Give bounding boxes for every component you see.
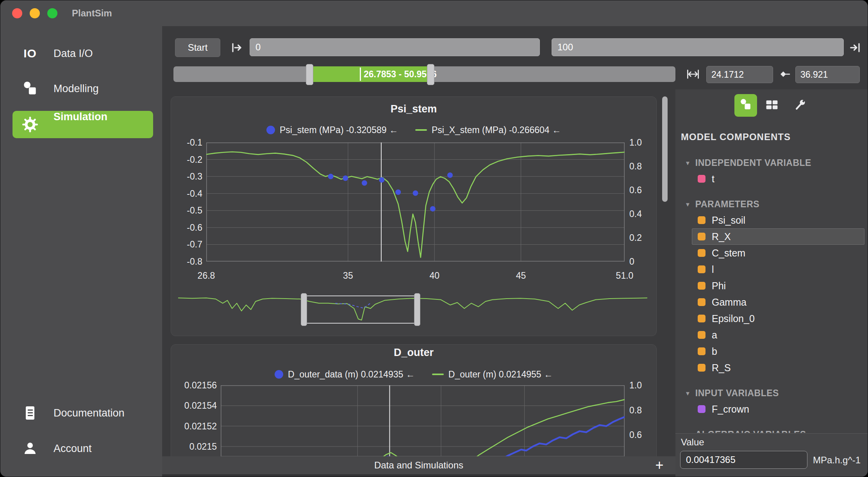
sidebar-item-label: Simulation <box>54 111 107 123</box>
play-from-start-icon[interactable] <box>231 42 243 55</box>
component-color-swatch <box>698 364 705 372</box>
y-right-tick-label: 0.8 <box>629 405 642 416</box>
component-name: Phi <box>712 280 726 292</box>
gear-icon <box>21 116 39 133</box>
component-item-a[interactable]: a <box>692 327 864 343</box>
close-window-button[interactable] <box>12 8 22 18</box>
component-item-t[interactable]: t <box>692 171 864 187</box>
legend-label: D_outer (m) 0.0214955 ← <box>448 369 553 380</box>
overview-strip[interactable] <box>178 295 647 324</box>
charts-scrollbar[interactable] <box>662 96 668 202</box>
legend-label: Psi_stem (MPa) -0.320589 ← <box>280 125 398 135</box>
component-color-swatch <box>698 315 705 322</box>
component-item-psi_soil[interactable]: Psi_soil <box>692 212 864 228</box>
sidebar-item-label: Modelling <box>54 83 99 95</box>
legend-item[interactable]: D_outer_data (m) 0.0214935 ← <box>275 369 415 380</box>
y-right-tick-label: 0.6 <box>629 429 642 440</box>
chevron-down-icon: ▼ <box>685 160 691 166</box>
legend-item[interactable]: Psi_X_stem (MPa) -0.266604 ← <box>415 125 561 135</box>
chevron-down-icon: ▼ <box>685 390 691 397</box>
section-title: INDEPENDENT VARIABLE <box>695 158 811 168</box>
cursor-time-input[interactable] <box>795 66 860 83</box>
component-name: F_crown <box>712 404 749 415</box>
sidebar-item-label: Data I/O <box>54 48 93 60</box>
start-button[interactable]: Start <box>175 38 220 57</box>
range-right-handle[interactable] <box>427 64 434 85</box>
grid-icon <box>765 98 779 114</box>
plot-area[interactable] <box>221 385 625 457</box>
model-components-header: MODEL COMPONENTS <box>681 128 791 146</box>
component-color-swatch <box>698 298 705 306</box>
minimize-window-button[interactable] <box>30 8 40 18</box>
overview-right-handle[interactable] <box>414 293 420 326</box>
sim-start-input[interactable] <box>250 38 540 56</box>
legend-dot-marker <box>275 370 283 379</box>
y-right-tick-label: 0.4 <box>629 208 642 219</box>
sidebar-item-data-io[interactable]: IO Data I/O <box>0 39 162 68</box>
component-item-b[interactable]: b <box>692 343 864 360</box>
sim-end-input[interactable] <box>552 38 844 56</box>
component-item-gamma[interactable]: Gamma <box>692 294 864 310</box>
y-left-tick-label: -0.8 <box>171 256 202 267</box>
component-item-r_s[interactable]: R_S <box>692 360 864 376</box>
legend-item[interactable]: Psi_stem (MPa) -0.320589 ← <box>266 125 398 135</box>
section-header-independent-variable[interactable]: ▼INDEPENDENT VARIABLE <box>681 155 864 171</box>
chart-legend: D_outer_data (m) 0.0214935 ←D_outer (m) … <box>171 368 656 380</box>
component-color-swatch <box>698 233 705 240</box>
y-right-tick-label: 0 <box>629 256 634 267</box>
sidebar-item-documentation[interactable]: Documentation <box>0 399 162 427</box>
component-item-l[interactable]: l <box>692 261 864 278</box>
chevron-down-icon: ▼ <box>685 431 691 433</box>
bottom-tab-bar[interactable]: Data and Simulations + <box>162 456 675 474</box>
components-view-button[interactable] <box>734 94 757 117</box>
section-header-algebraic-variables[interactable]: ▼ALGEBRAIC VARIABLES <box>681 427 864 433</box>
components-list: ▼INDEPENDENT VARIABLEt▼PARAMETERSPsi_soi… <box>681 146 864 433</box>
modelling-nodes-icon <box>21 80 39 97</box>
y-right-tick-label: 0.8 <box>629 161 642 172</box>
range-width-input[interactable] <box>706 66 773 83</box>
y-left-tick-label: -0.2 <box>171 154 202 165</box>
component-color-swatch <box>698 347 705 355</box>
value-editor: Value MPa.h.g^-1 <box>675 433 868 477</box>
value-label: Value <box>681 437 704 448</box>
y-right-tick-label: 1.0 <box>629 137 642 148</box>
sidebar-item-label: Documentation <box>54 407 125 419</box>
section-title: ALGEBRAIC VARIABLES <box>695 429 806 433</box>
add-tab-button[interactable]: + <box>650 456 668 474</box>
y-right-tick-label: 0.6 <box>629 185 642 196</box>
chart-legend: Psi_stem (MPa) -0.320589 ←Psi_X_stem (MP… <box>171 124 656 136</box>
component-color-swatch <box>698 216 705 224</box>
jump-to-end-icon[interactable] <box>849 42 861 55</box>
plot-area[interactable] <box>206 142 625 262</box>
maximize-window-button[interactable] <box>47 8 57 18</box>
overview-left-handle[interactable] <box>301 293 307 326</box>
person-icon <box>21 440 39 457</box>
section-header-parameters[interactable]: ▼PARAMETERS <box>681 196 864 212</box>
component-name: R_S <box>712 362 731 374</box>
sidebar-item-account[interactable]: Account <box>0 434 162 463</box>
app-window: PlantSim IO Data I/O Modelling <box>0 0 868 477</box>
component-color-swatch <box>698 331 705 339</box>
section-header-input-variables[interactable]: ▼INPUT VARIABLES <box>681 385 864 401</box>
sidebar-item-simulation[interactable]: Simulation <box>13 111 153 138</box>
component-item-c_stem[interactable]: C_stem <box>692 245 864 261</box>
component-name: a <box>712 329 717 341</box>
component-name: t <box>712 173 714 185</box>
component-item-phi[interactable]: Phi <box>692 278 864 294</box>
component-item-r_x[interactable]: R_X <box>692 228 864 245</box>
sidebar-item-modelling[interactable]: Modelling <box>0 75 162 103</box>
model-nodes-icon <box>739 98 752 113</box>
grid-view-button[interactable] <box>763 97 781 115</box>
time-range-slider[interactable]: 26.7853 - 50.9566 <box>173 66 675 82</box>
component-name: b <box>712 346 717 357</box>
tools-button[interactable] <box>791 97 809 115</box>
y-left-tick-label: -0.6 <box>171 222 202 233</box>
value-input[interactable] <box>680 451 807 469</box>
range-left-handle[interactable] <box>306 64 313 85</box>
component-item-f_crown[interactable]: F_crown <box>692 401 864 417</box>
y-left-tick-label: 0.02154 <box>171 400 217 411</box>
range-label: 26.7853 - 50.9566 <box>364 66 437 82</box>
legend-item[interactable]: D_outer (m) 0.0214955 ← <box>432 369 553 380</box>
component-item-epsilon_0[interactable]: Epsilon_0 <box>692 310 864 327</box>
x-tick-label: 40 <box>415 270 454 281</box>
